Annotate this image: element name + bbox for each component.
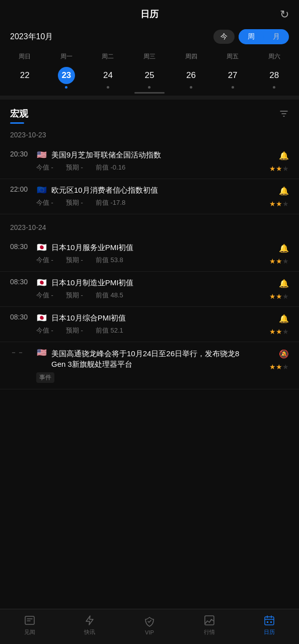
- bell-icon[interactable]: 🔔: [279, 279, 289, 288]
- refresh-icon[interactable]: ↻: [280, 8, 289, 21]
- month-toggle[interactable]: 月: [264, 29, 289, 44]
- event-item: 08:30 🇯🇵 日本10月服务业PMI初值 今值 - 预期 - 前值 53.8…: [0, 236, 299, 272]
- forecast-value: 预期 -: [66, 291, 83, 300]
- date-dot: [273, 86, 275, 89]
- date-22[interactable]: 22: [4, 65, 46, 92]
- event-right: 🔔 ★ ★ ★: [254, 185, 289, 208]
- event-meta: 今值 - 预期 - 前值 53.8: [36, 256, 248, 265]
- nav-item-news[interactable]: 见闻: [24, 614, 36, 636]
- weekday-tue: 周二: [87, 50, 129, 63]
- bell-icon[interactable]: 🔔: [279, 151, 289, 160]
- date-26[interactable]: 26: [170, 65, 212, 92]
- event-right: 🔔 ★ ★ ★: [254, 313, 289, 336]
- event-time: －－: [10, 348, 30, 357]
- event-time: 08:30: [10, 243, 30, 251]
- event-content: 🇺🇸 美国9月芝加哥联储全国活动指数 今值 - 预期 - 前值 -0.16: [36, 150, 248, 172]
- weekday-thu: 周四: [170, 50, 212, 63]
- nav-label-calendar: 日历: [264, 628, 275, 636]
- jp-flag-icon: 🇯🇵: [36, 279, 47, 287]
- event-name: 美国9月芝加哥联储全国活动指数: [51, 150, 248, 160]
- event-stars: ★ ★ ★: [269, 165, 289, 173]
- prev-value: 前值 -0.16: [96, 163, 125, 172]
- event-content: 🇯🇵 日本10月综合PMI初值 今值 - 预期 - 前值 52.1: [36, 313, 248, 335]
- weekday-mon: 周一: [46, 50, 88, 63]
- event-right: 🔔 ★ ★ ★: [254, 150, 289, 173]
- event-content: 🇪🇺 欧元区10月消费者信心指数初值 今值 - 预期 - 前值 -17.8: [36, 185, 248, 207]
- date-28[interactable]: 28: [253, 65, 295, 92]
- month-label: 2023年10月: [10, 32, 53, 42]
- nav-label-market: 行情: [204, 628, 215, 636]
- bell-icon[interactable]: 🔔: [279, 186, 289, 196]
- event-name: 美国高通骁龙峰会将于10月24日至26日举行，发布骁龙8 Gen 3新旗舰处理器…: [51, 348, 248, 369]
- bell-icon[interactable]: 🔕: [279, 349, 289, 359]
- week-dates: 22 23 24 25 26 27 28: [0, 65, 299, 96]
- page-title: 日历: [140, 8, 159, 20]
- forecast-value: 预期 -: [66, 198, 83, 207]
- weekday-sat: 周六: [253, 50, 295, 63]
- event-meta: 事件: [36, 372, 248, 383]
- event-content: 🇯🇵 日本10月服务业PMI初值 今值 - 预期 - 前值 53.8: [36, 243, 248, 265]
- today-value: 今值 -: [36, 198, 53, 207]
- view-toggle: 周 月: [239, 29, 289, 44]
- date-24[interactable]: 24: [87, 65, 129, 92]
- nav-label-vip: VIP: [145, 629, 154, 635]
- week-days-header: 周日 周一 周二 周三 周四 周五 周六: [0, 50, 299, 63]
- date-27[interactable]: 27: [212, 65, 254, 92]
- date-group-label-2: 2023-10-24: [0, 214, 299, 236]
- event-meta: 今值 - 预期 - 前值 -17.8: [36, 198, 248, 207]
- forecast-value: 预期 -: [66, 163, 83, 172]
- event-content: 🇺🇸 美国高通骁龙峰会将于10月24日至26日举行，发布骁龙8 Gen 3新旗舰…: [36, 348, 248, 383]
- event-stars: ★ ★ ★: [269, 292, 289, 300]
- event-time: 08:30: [10, 313, 30, 321]
- nav-item-vip[interactable]: VIP: [143, 615, 156, 635]
- calendar-controls: 今 周 月: [213, 29, 289, 44]
- today-value: 今值 -: [36, 291, 53, 300]
- jp-flag-icon: 🇯🇵: [36, 314, 47, 322]
- date-23[interactable]: 23: [46, 65, 88, 92]
- forecast-value: 预期 -: [66, 326, 83, 335]
- prev-value: 前值 52.1: [96, 326, 123, 335]
- date-25[interactable]: 25: [129, 65, 171, 92]
- prev-value: 前值 48.5: [96, 291, 123, 300]
- svg-rect-4: [270, 621, 272, 623]
- event-name: 日本10月综合PMI初值: [51, 313, 248, 323]
- weekday-sun: 周日: [4, 50, 46, 63]
- us-flag-icon: 🇺🇸: [36, 151, 47, 159]
- us-flag-icon: 🇺🇸: [36, 348, 47, 356]
- event-name: 欧元区10月消费者信心指数初值: [51, 185, 248, 195]
- filter-icon[interactable]: [279, 109, 289, 121]
- bell-icon[interactable]: 🔔: [279, 244, 289, 253]
- week-toggle[interactable]: 周: [239, 29, 264, 44]
- date-dot: [107, 86, 109, 89]
- event-item: －－ 🇺🇸 美国高通骁龙峰会将于10月24日至26日举行，发布骁龙8 Gen 3…: [0, 342, 299, 389]
- event-item: 22:00 🇪🇺 欧元区10月消费者信心指数初值 今值 - 预期 - 前值 -1…: [0, 179, 299, 214]
- event-time: 20:30: [10, 150, 30, 158]
- event-item: 08:30 🇯🇵 日本10月综合PMI初值 今值 - 预期 - 前值 52.1 …: [0, 307, 299, 342]
- section-divider: [0, 96, 299, 100]
- bell-icon[interactable]: 🔔: [279, 314, 289, 324]
- today-value: 今值 -: [36, 326, 53, 335]
- svg-rect-2: [265, 617, 274, 625]
- today-value: 今值 -: [36, 256, 53, 265]
- svg-rect-3: [267, 621, 268, 623]
- event-tag: 事件: [36, 372, 54, 383]
- nav-item-flash[interactable]: 快讯: [84, 614, 96, 636]
- prev-value: 前值 53.8: [96, 256, 123, 265]
- event-time: 22:00: [10, 185, 30, 193]
- nav-item-market[interactable]: 行情: [203, 614, 215, 636]
- today-button[interactable]: 今: [213, 30, 235, 44]
- bottom-nav: 见闻 快讯 VIP 行情 日历: [0, 609, 299, 644]
- svg-rect-0: [25, 616, 34, 624]
- calendar-nav: 2023年10月 今 周 月: [0, 25, 299, 50]
- event-content: 🇯🇵 日本10月制造业PMI初值 今值 - 预期 - 前值 48.5: [36, 278, 248, 300]
- weekday-fri: 周五: [212, 50, 254, 63]
- date-dot: [148, 86, 151, 89]
- nav-label-news: 见闻: [24, 628, 35, 636]
- nav-label-flash: 快讯: [84, 628, 95, 636]
- event-name: 日本10月服务业PMI初值: [51, 243, 248, 253]
- eu-flag-icon: 🇪🇺: [36, 186, 47, 194]
- nav-item-calendar[interactable]: 日历: [263, 614, 275, 636]
- event-meta: 今值 - 预期 - 前值 52.1: [36, 326, 248, 335]
- prev-value: 前值 -17.8: [96, 198, 125, 207]
- scroll-indicator: [134, 92, 165, 94]
